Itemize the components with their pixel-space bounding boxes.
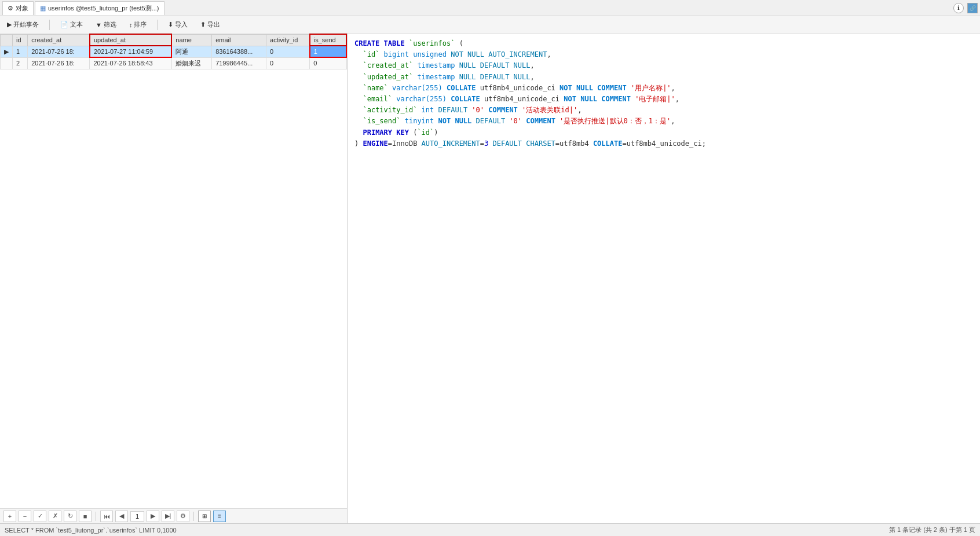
cell-email-2: 719986445... bbox=[212, 57, 266, 69]
tab-object-label: 对象 bbox=[16, 4, 28, 13]
page-number-input[interactable] bbox=[130, 511, 144, 522]
main-content: id created_at updated_at name email acti… bbox=[0, 34, 980, 523]
cell-name-2: 婚姻来迟 bbox=[171, 57, 211, 69]
col-header-updated-at[interactable]: updated_at bbox=[90, 34, 171, 46]
sql-panel: CREATE TABLE `userinfos` ( `id` bigint u… bbox=[348, 34, 980, 523]
tab-object[interactable]: ⚙ 对象 bbox=[2, 1, 34, 15]
filter-icon: ▼ bbox=[96, 21, 102, 28]
status-bar: SELECT * FROM `test5_liutong_pr`.`userin… bbox=[0, 523, 980, 536]
data-table-wrapper[interactable]: id created_at updated_at name email acti… bbox=[0, 34, 347, 508]
export-button[interactable]: ⬆ 导出 bbox=[197, 19, 224, 30]
tab-bar: ⚙ 对象 ▦ userinfos @test5_liutong_pr (test… bbox=[0, 0, 980, 16]
list-view-button[interactable]: ≡ bbox=[213, 511, 226, 522]
col-header-email[interactable]: email bbox=[212, 34, 266, 46]
add-row-button[interactable]: + bbox=[3, 511, 16, 522]
confirm-button[interactable]: ✓ bbox=[34, 511, 46, 522]
last-page-button[interactable]: ▶| bbox=[162, 511, 174, 522]
cell-issend-1: 1 bbox=[310, 46, 346, 57]
status-query: SELECT * FROM `test5_liutong_pr`.`userin… bbox=[5, 527, 177, 534]
separator2 bbox=[193, 512, 194, 521]
cell-created-2: 2021-07-26 18: bbox=[28, 57, 90, 69]
cell-id-2: 2 bbox=[13, 57, 28, 69]
export-icon: ⬆ bbox=[200, 21, 206, 28]
cell-activity-2: 0 bbox=[266, 57, 310, 69]
toolbar: ▶ 开始事务 📄 文本 ▼ 筛选 ↕ 排序 ⬇ 导入 ⬆ 导出 bbox=[0, 16, 980, 34]
pin-icon[interactable]: 🔗 bbox=[967, 3, 978, 13]
cell-updated-2: 2021-07-26 18:58:43 bbox=[90, 57, 171, 69]
table-row[interactable]: 2 2021-07-26 18: 2021-07-26 18:58:43 婚姻来… bbox=[1, 57, 347, 69]
next-page-button[interactable]: ▶ bbox=[147, 511, 159, 522]
delete-row-button[interactable]: − bbox=[19, 511, 31, 522]
tab-userinfos[interactable]: ▦ userinfos @test5_liutong_pr (test5测...… bbox=[35, 1, 164, 15]
begin-tx-icon: ▶ bbox=[7, 21, 12, 28]
filter-button[interactable]: ▼ 筛选 bbox=[92, 19, 120, 30]
first-page-button[interactable]: ⏮ bbox=[100, 511, 113, 522]
cell-id-1: 1 bbox=[13, 46, 28, 57]
stop-button[interactable]: ■ bbox=[79, 511, 92, 522]
table-icon: ▦ bbox=[40, 5, 46, 12]
grid-view-button[interactable]: ⊞ bbox=[198, 511, 211, 522]
cancel-button[interactable]: ✗ bbox=[49, 511, 61, 522]
col-header-created-at[interactable]: created_at bbox=[28, 34, 90, 46]
cell-email-1: 836164388... bbox=[212, 46, 266, 57]
col-header-activity-id[interactable]: activity_id bbox=[266, 34, 310, 46]
begin-tx-button[interactable]: ▶ 开始事务 bbox=[3, 19, 42, 30]
row-indicator-header bbox=[1, 34, 13, 46]
col-header-name[interactable]: name bbox=[171, 34, 211, 46]
tab-userinfos-label: userinfos @test5_liutong_pr (test5测...) bbox=[48, 4, 159, 13]
row-indicator-1: ▶ bbox=[1, 46, 13, 57]
status-page-info: 第 1 条记录 (共 2 条) 于第 1 页 bbox=[889, 526, 975, 534]
col-header-id[interactable]: id bbox=[13, 34, 28, 46]
data-table: id created_at updated_at name email acti… bbox=[0, 34, 347, 69]
text-button[interactable]: 📄 文本 bbox=[57, 19, 86, 30]
cell-created-1: 2021-07-26 18: bbox=[28, 46, 90, 57]
cell-activity-1: 0 bbox=[266, 46, 310, 57]
cell-issend-2: 0 bbox=[310, 57, 346, 69]
object-icon: ⚙ bbox=[8, 5, 13, 12]
row-arrow-icon: ▶ bbox=[4, 48, 9, 55]
table-row[interactable]: ▶ 1 2021-07-26 18: 2021-07-27 11:04:59 阿… bbox=[1, 46, 347, 57]
row-indicator-2 bbox=[1, 57, 13, 69]
left-panel: id created_at updated_at name email acti… bbox=[0, 34, 348, 523]
prev-page-button[interactable]: ◀ bbox=[115, 511, 128, 522]
import-button[interactable]: ⬇ 导入 bbox=[164, 19, 191, 30]
info-icon[interactable]: ℹ bbox=[953, 3, 964, 13]
cell-updated-1: 2021-07-27 11:04:59 bbox=[90, 46, 171, 57]
separator bbox=[96, 512, 96, 521]
bottom-toolbar: + − ✓ ✗ ↻ ■ ⏮ ◀ ▶ ▶| ⚙ ⊞ ≡ bbox=[0, 508, 347, 523]
separator2 bbox=[157, 20, 158, 30]
sort-icon: ↕ bbox=[129, 21, 133, 28]
separator bbox=[49, 20, 50, 30]
sql-content: CREATE TABLE `userinfos` ( `id` bigint u… bbox=[354, 38, 973, 149]
text-icon: 📄 bbox=[60, 21, 68, 28]
import-icon: ⬇ bbox=[168, 21, 173, 28]
sort-button[interactable]: ↕ 排序 bbox=[126, 19, 151, 30]
page-settings-button[interactable]: ⚙ bbox=[177, 511, 189, 522]
col-header-is-send[interactable]: is_send bbox=[310, 34, 346, 46]
refresh-button[interactable]: ↻ bbox=[64, 511, 76, 522]
cell-name-1: 阿通 bbox=[171, 46, 211, 57]
